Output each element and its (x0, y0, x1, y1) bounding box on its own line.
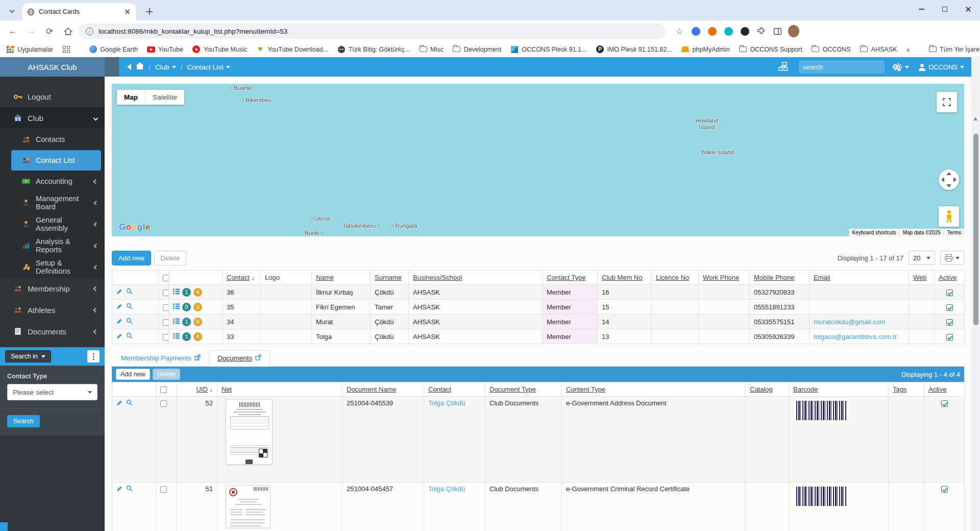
view-icon[interactable] (126, 399, 133, 407)
page-scrollbar[interactable] (971, 114, 980, 531)
sidebar-toggle-button[interactable] (105, 57, 119, 77)
sidebar-item-general-assembly[interactable]: General Assembly (0, 213, 105, 235)
sidebar-item-athletes[interactable]: Athletes (0, 299, 105, 321)
profile-avatar[interactable] (788, 26, 799, 37)
col-work-phone[interactable]: Work Phone (703, 274, 739, 281)
address-bar[interactable]: i localhost:8086/mkb_kontaklar_kulup_lis… (79, 23, 666, 39)
sidebar-item-management-board[interactable]: Management Board (0, 192, 105, 213)
view-icon[interactable] (126, 318, 133, 326)
bookmark-development-folder[interactable]: Development (453, 45, 502, 54)
forward-button[interactable]: → (23, 23, 39, 39)
details-list-icon[interactable] (173, 333, 180, 341)
contact-type-select[interactable]: Please select (7, 384, 97, 400)
col-content-type[interactable]: Content Type (566, 385, 605, 393)
payments-count-badge[interactable]: 1 (182, 332, 191, 341)
edit-icon[interactable] (116, 399, 123, 407)
active-checkbox[interactable] (946, 289, 953, 296)
col-catalog[interactable]: Catalog (750, 385, 773, 393)
payments-count-badge[interactable]: 0 (182, 303, 191, 311)
col-active[interactable]: Active (939, 274, 957, 281)
extension-teal-icon[interactable] (723, 26, 734, 37)
sidebar-item-club[interactable]: Club (0, 107, 105, 129)
documents-count-badge[interactable]: 3 (193, 303, 202, 311)
tab-close-icon[interactable] (124, 8, 132, 16)
sidebar-item-logout[interactable]: Logout (0, 86, 105, 107)
col-name[interactable]: Name (316, 274, 334, 281)
bookmarks-overflow-chevron[interactable]: » (906, 45, 910, 54)
col-club-mem-no[interactable]: Club Mem No (602, 274, 642, 281)
header-search-box[interactable] (799, 60, 885, 74)
bookmark-star-icon[interactable]: ☆ (674, 26, 685, 37)
sidebar-item-membership[interactable]: Membership (0, 278, 105, 299)
sidebar-item-analysis-reports[interactable]: Analysis & Reports (0, 235, 105, 256)
view-icon[interactable] (126, 288, 133, 296)
active-checkbox[interactable] (946, 334, 953, 341)
edit-icon[interactable] (116, 332, 123, 341)
reload-button[interactable]: ⟳ (42, 23, 57, 39)
scrollbar-thumb[interactable] (973, 134, 978, 325)
contact-link[interactable]: Tolga Çökdü (428, 485, 465, 493)
terms-link[interactable]: Terms (944, 229, 964, 236)
bookmark-occons-folder[interactable]: OCCONS (812, 45, 851, 54)
extension-orange-icon[interactable] (706, 26, 718, 37)
bookmark-youtube-music[interactable]: YouTube Music (192, 45, 247, 54)
all-bookmarks[interactable]: Tüm Yer İşaretleri (928, 45, 980, 54)
row-checkbox[interactable] (160, 486, 167, 493)
documents-add-new-button[interactable]: Add new (116, 369, 150, 380)
search-button[interactable]: Search (7, 415, 40, 427)
email-link[interactable]: tolgaco@garantibbva.com.tr (814, 333, 897, 341)
add-new-button[interactable]: Add new (112, 251, 151, 266)
bookmark-ahsask-folder[interactable]: AHSASK (860, 45, 897, 54)
details-list-icon[interactable] (173, 288, 180, 296)
row-checkbox[interactable] (163, 304, 169, 311)
col-document-name[interactable]: Document Name (347, 385, 397, 393)
select-all-checkbox[interactable] (163, 275, 169, 281)
col-net[interactable]: Net (222, 385, 232, 393)
site-info-icon[interactable]: i (86, 28, 93, 35)
bookmark-occons-plesk[interactable]: OCCONS Plesk 91.1... (510, 45, 586, 54)
tab-split-icon[interactable] (772, 26, 783, 37)
close-button[interactable] (957, 0, 980, 18)
satellite-button[interactable]: Satellite (145, 90, 184, 105)
scroll-up-arrow-icon[interactable] (973, 117, 977, 120)
breadcrumb-club[interactable]: Club (155, 63, 176, 71)
col-barcode[interactable]: Barcode (793, 385, 818, 393)
col-contact[interactable]: Contact (227, 274, 250, 281)
col-active[interactable]: Active (928, 385, 946, 393)
row-checkbox[interactable] (163, 334, 169, 341)
search-icon[interactable] (893, 64, 898, 69)
row-checkbox[interactable] (160, 400, 167, 407)
keyboard-shortcuts-link[interactable]: Keyboard shortcuts (849, 229, 899, 236)
delete-button[interactable]: Delete (154, 251, 187, 266)
row-checkbox[interactable] (163, 319, 169, 326)
payments-count-badge[interactable]: 1 (182, 318, 191, 326)
extensions-puzzle-icon[interactable] (755, 26, 767, 37)
bookmark-phpmyadmin[interactable]: phpMyAdmin (681, 45, 730, 54)
col-web[interactable]: Web (913, 274, 927, 281)
col-business-school[interactable]: Business/School (413, 274, 462, 281)
sidebar-item-setup-definitions[interactable]: Setup & Definitions (0, 256, 105, 278)
bookmark-youtube[interactable]: YouTube (147, 45, 183, 54)
bookmark-misc-folder[interactable]: Misc (419, 45, 444, 54)
active-checkbox[interactable] (946, 304, 953, 311)
bookmark-youtube-download[interactable]: YouTube Download... (256, 45, 328, 54)
edit-icon[interactable] (116, 303, 123, 311)
pegman-streetview-button[interactable] (939, 206, 959, 227)
bookmark-occons-support-folder[interactable]: OCCONS Support (739, 45, 802, 54)
col-contact-type[interactable]: Contact Type (547, 274, 585, 281)
active-checkbox[interactable] (941, 486, 948, 493)
bookmark-imo-plesk[interactable]: PIMO Plesk 91.151.82... (596, 45, 672, 54)
documents-count-badge[interactable]: 4 (193, 332, 202, 341)
document-thumbnail[interactable] (226, 485, 271, 528)
bookmark-google-earth[interactable]: Google Earth (89, 45, 138, 54)
active-checkbox[interactable] (946, 319, 953, 326)
col-uid[interactable]: UID (196, 385, 207, 393)
page-size-select[interactable]: 20 (909, 251, 935, 265)
back-arrow-icon[interactable] (127, 64, 131, 70)
sidebar-item-accounting[interactable]: Accounting (0, 171, 105, 192)
maximize-button[interactable] (933, 0, 957, 18)
extension-wordpress-icon[interactable] (739, 26, 750, 37)
contact-link[interactable]: Tolga Çökdü (428, 399, 465, 407)
sitemap-icon[interactable] (778, 62, 790, 73)
payments-count-badge[interactable]: 1 (182, 288, 191, 297)
